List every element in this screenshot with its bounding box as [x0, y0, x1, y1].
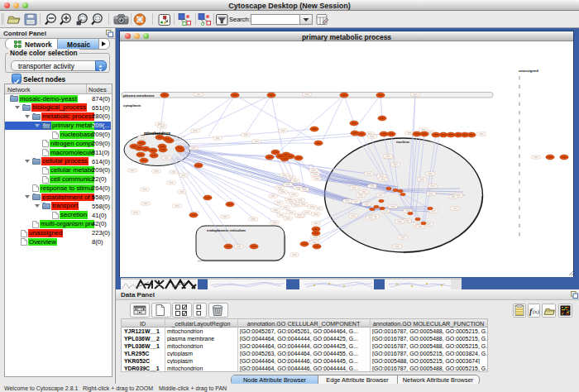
svg-text:endoplasmic reticulum: endoplasmic reticulum [207, 228, 246, 232]
svg-text:(x): (x) [533, 308, 539, 315]
svg-text:Search:: Search: [229, 16, 251, 23]
svg-text:mitochondrion: mitochondrion [144, 131, 170, 136]
svg-text:cytoplasm: cytoplasm [123, 103, 141, 108]
svg-text:unassigned: unassigned [519, 69, 538, 73]
svg-text:nucleus: nucleus [396, 140, 410, 144]
svg-text:plasma membrane: plasma membrane [123, 93, 155, 98]
